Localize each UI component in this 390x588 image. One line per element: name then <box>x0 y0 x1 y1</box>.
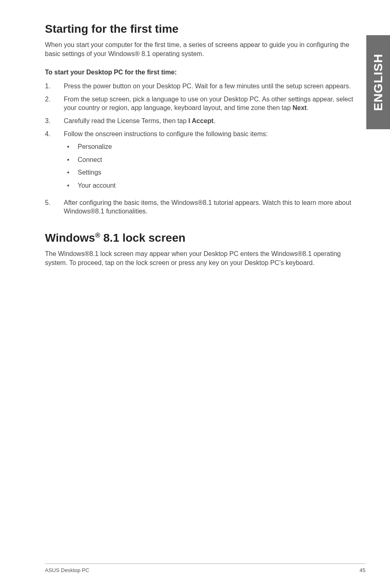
footer-page-number: 45 <box>360 567 365 573</box>
side-tab-text: ENGLISH <box>371 54 385 111</box>
step-3: 3. Carefully read the License Terms, the… <box>45 117 364 126</box>
sub-item: • Your account <box>64 181 364 190</box>
step-tail: . <box>213 117 215 124</box>
step-number: 3. <box>45 117 64 126</box>
bullet-icon: • <box>64 181 78 190</box>
bullet-icon: • <box>64 155 78 164</box>
sub-item: • Settings <box>64 168 364 177</box>
sub-label: Your account <box>78 181 116 190</box>
section1-heading: Starting for the first time <box>45 22 365 36</box>
step-2: 2. From the setup screen, pick a languag… <box>45 95 364 112</box>
language-side-tab: ENGLISH <box>366 35 390 129</box>
step-body: From the setup screen, pick a language t… <box>64 95 364 112</box>
step-text: From the setup screen, pick a language t… <box>64 96 353 112</box>
step-body: Follow the onscreen instructions to conf… <box>64 130 364 193</box>
step-strong: Next <box>292 104 307 111</box>
sub-label: Connect <box>78 155 102 164</box>
bullet-icon: • <box>64 142 78 151</box>
step-text: Follow the onscreen instructions to conf… <box>64 130 364 139</box>
heading-part-b: 8.1 lock screen <box>100 231 186 244</box>
step-1: 1. Press the power button on your Deskto… <box>45 82 364 91</box>
section2-heading: Windows® 8.1 lock screen <box>45 231 365 245</box>
step-4: 4. Follow the onscreen instructions to c… <box>45 130 364 193</box>
step-number: 1. <box>45 82 64 91</box>
step-body: Press the power button on your Desktop P… <box>64 82 364 91</box>
section1-subhead: To start your Desktop PC for the first t… <box>45 69 365 76</box>
step-body: Carefully read the License Terms, then t… <box>64 117 364 126</box>
heading-sup: ® <box>95 231 100 239</box>
step-number: 4. <box>45 130 64 193</box>
sub-label: Settings <box>78 168 101 177</box>
step-text: Carefully read the License Terms, then t… <box>64 117 188 124</box>
step-tail: . <box>307 104 308 111</box>
step-body: After configuring the basic items, the W… <box>64 198 364 216</box>
step-5: 5. After configuring the basic items, th… <box>45 198 364 216</box>
heading-part-a: Windows <box>45 231 95 244</box>
step-number: 5. <box>45 198 64 216</box>
footer-left: ASUS Desktop PC <box>45 567 89 573</box>
bullet-icon: • <box>64 168 78 177</box>
step-number: 2. <box>45 95 64 112</box>
sub-label: Personalize <box>78 142 112 151</box>
sub-item: • Personalize <box>64 142 364 151</box>
step-strong: I Accept <box>188 117 214 124</box>
section2-intro: The Windows®8.1 lock screen may appear w… <box>45 249 356 267</box>
sub-item: • Connect <box>64 155 364 164</box>
page-footer: ASUS Desktop PC 45 <box>45 563 365 573</box>
section1-intro: When you start your computer for the fir… <box>45 40 356 58</box>
